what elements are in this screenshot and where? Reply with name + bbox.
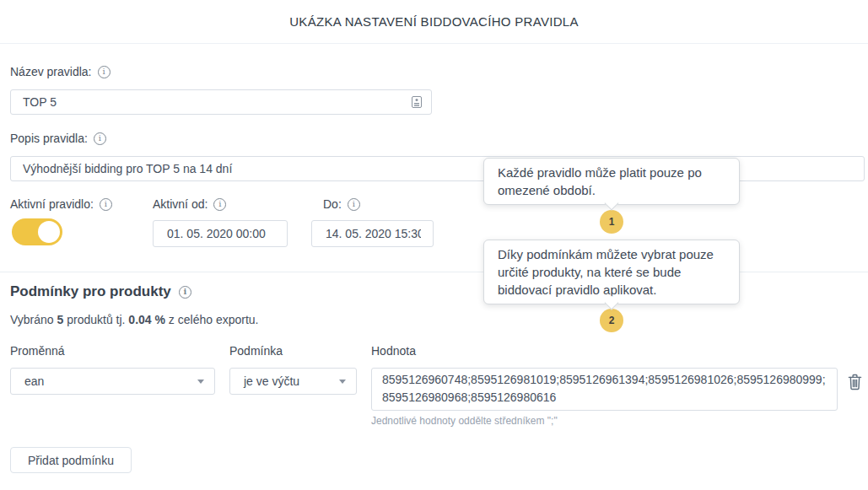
active-from-label-row: Aktivní od:	[153, 197, 226, 211]
page-header: UKÁZKA NASTAVENÍ BIDDOVACÍHO PRAVIDLA	[0, 0, 868, 44]
selection-summary: Vybráno 5 produktů tj. 0.04 % z celého e…	[10, 313, 258, 326]
rule-name-field-wrap	[10, 89, 432, 115]
chevron-down-icon	[339, 380, 346, 384]
step-number: 2	[609, 315, 615, 326]
column-label-value: Hodnota	[371, 344, 416, 358]
active-to-label: Do:	[323, 197, 342, 211]
active-to-label-row: Do:	[323, 197, 360, 211]
info-icon[interactable]	[213, 198, 226, 211]
active-rule-label-row: Aktivní pravidlo:	[10, 197, 112, 211]
rule-name-label-row: Název pravidla:	[10, 65, 111, 78]
step-badge-1: 1	[600, 210, 623, 234]
delete-condition-button[interactable]	[847, 373, 863, 390]
active-to-input[interactable]	[311, 220, 434, 247]
page-title: UKÁZKA NASTAVENÍ BIDDOVACÍHO PRAVIDLA	[289, 14, 579, 29]
column-label-variable: Proměnná	[10, 344, 65, 358]
chevron-down-icon	[197, 380, 204, 384]
summary-percent: 0.04 %	[128, 313, 165, 326]
tooltip-step-1-text: Každé pravidlo může platit pouze po omez…	[498, 165, 702, 197]
info-icon[interactable]	[100, 198, 112, 211]
active-from-input[interactable]	[153, 220, 288, 247]
variable-select[interactable]: ean	[10, 368, 215, 395]
step-number: 1	[609, 216, 615, 228]
info-icon[interactable]	[179, 286, 191, 299]
column-label-condition: Podmínka	[229, 344, 283, 358]
condition-select-value: je ve výčtu	[244, 374, 299, 388]
active-rule-label: Aktivní pravidlo:	[10, 197, 94, 211]
variable-select-value: ean	[24, 374, 44, 388]
value-textarea[interactable]: 8595126960748;8595126981019;859512696139…	[371, 368, 838, 411]
trash-icon	[847, 380, 863, 393]
active-to-field-wrap	[311, 220, 434, 247]
condition-select[interactable]: je ve výčtu	[229, 368, 357, 395]
tooltip-step-2: Díky podmínkám můžete vybrat pouze určit…	[483, 240, 740, 304]
rule-description-label: Popis pravidla:	[10, 132, 88, 145]
rule-name-input[interactable]	[10, 89, 432, 115]
rule-name-label: Název pravidla:	[10, 65, 92, 78]
conditions-heading: Podmínky pro produkty	[10, 283, 171, 300]
summary-prefix: Vybráno	[10, 313, 57, 326]
toggle-knob	[38, 221, 60, 243]
summary-middle: produktů tj.	[63, 313, 128, 326]
conditions-heading-row: Podmínky pro produkty	[10, 283, 191, 300]
info-icon[interactable]	[94, 132, 106, 145]
add-condition-button[interactable]: Přidat podmínku	[10, 447, 132, 473]
info-icon[interactable]	[348, 198, 360, 211]
active-from-field-wrap	[153, 220, 288, 247]
rule-description-label-row: Popis pravidla:	[10, 132, 106, 145]
active-rule-toggle[interactable]	[12, 218, 62, 245]
value-hint: Jednotlivé hodnoty oddělte středníkem ";…	[371, 415, 558, 427]
tooltip-step-2-text: Díky podmínkám můžete vybrat pouze určit…	[498, 247, 714, 297]
value-field-wrap: 8595126960748;8595126981019;859512696139…	[371, 368, 838, 411]
info-icon[interactable]	[98, 66, 111, 78]
step-badge-2: 2	[600, 309, 623, 332]
active-from-label: Aktivní od:	[153, 197, 208, 211]
summary-suffix: z celého exportu.	[165, 313, 259, 326]
autofill-icon	[412, 95, 422, 112]
